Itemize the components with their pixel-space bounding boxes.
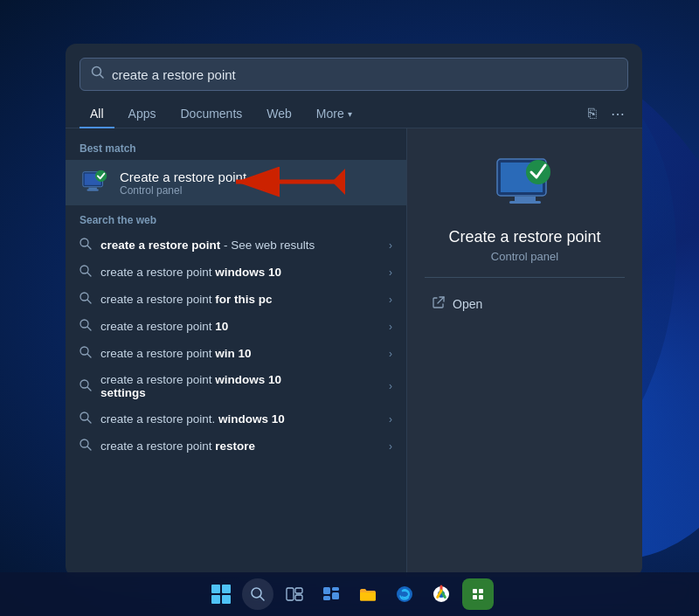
svg-rect-37 [332, 587, 339, 591]
svg-rect-40 [360, 592, 376, 601]
svg-line-20 [87, 419, 91, 423]
arrow-icon-6: › [389, 380, 392, 392]
arrow-icon-4: › [389, 321, 392, 333]
web-item-text-4: create a restore point 10 [100, 320, 380, 333]
widgets-icon [322, 586, 340, 602]
svg-rect-47 [479, 595, 483, 599]
svg-line-8 [87, 246, 91, 249]
web-item-text-2: create a restore point windows 10 [100, 266, 380, 279]
tabs-bar: All Apps Documents Web More ▾ ⎘ ⋯ [66, 100, 642, 128]
web-item-text-6: create a restore point windows 10setting… [100, 373, 380, 399]
svg-line-14 [87, 327, 91, 330]
svg-rect-4 [88, 188, 96, 190]
web-item-3[interactable]: create a restore point for this pc › [66, 286, 406, 313]
web-item-8[interactable]: create a restore point restore › [66, 433, 406, 460]
task-view-button[interactable] [279, 578, 310, 610]
svg-rect-38 [332, 592, 339, 599]
edge-browser-button[interactable] [389, 578, 420, 610]
tab-more[interactable]: More ▾ [306, 100, 363, 128]
web-search-icon-3 [80, 292, 92, 307]
left-panel: Best match Create a rest [66, 128, 406, 577]
web-item-text-8: create a restore point restore [100, 440, 380, 453]
file-explorer-icon [358, 586, 377, 602]
svg-rect-26 [509, 201, 541, 204]
svg-point-27 [526, 160, 550, 184]
web-item-4[interactable]: create a restore point 10 › [66, 313, 406, 340]
search-input[interactable] [112, 67, 617, 82]
cast-icon[interactable]: ⎘ [585, 102, 600, 125]
right-panel: Create a restore point Control panel Ope… [406, 128, 642, 577]
web-search-icon-2 [80, 265, 92, 280]
chrome-browser-button[interactable] [426, 578, 457, 610]
arrow-icon-7: › [389, 413, 392, 426]
best-match-label: Best match [66, 139, 406, 160]
web-search-icon-7 [80, 412, 92, 426]
best-match-item[interactable]: Create a restore point Control panel [66, 160, 406, 205]
main-content: Best match Create a rest [66, 128, 642, 577]
edge-icon [395, 585, 414, 604]
arrow-icon-8: › [389, 440, 392, 453]
app-icon-container [80, 167, 111, 198]
tabs-right-actions: ⎘ ⋯ [585, 102, 628, 126]
web-item-text-3: create a restore point for this pc [100, 293, 380, 306]
right-divider [425, 277, 625, 278]
windows-logo-icon [211, 585, 231, 604]
svg-rect-44 [473, 589, 477, 593]
svg-rect-45 [479, 589, 483, 593]
svg-line-12 [87, 300, 91, 303]
taskbar [0, 572, 699, 616]
task-view-icon [286, 586, 303, 602]
taskbar-search-button[interactable] [242, 578, 273, 610]
windows-start-button[interactable] [205, 578, 237, 610]
right-monitor-icon [490, 155, 560, 216]
arrow-icon-1: › [389, 239, 392, 252]
external-link-icon [432, 295, 446, 312]
search-panel: All Apps Documents Web More ▾ ⎘ ⋯ Best m… [66, 44, 642, 577]
web-search-icon-8 [80, 439, 92, 453]
more-options-icon[interactable]: ⋯ [607, 102, 628, 126]
web-item-7[interactable]: create a restore point. windows 10 › [66, 405, 406, 433]
open-button[interactable]: Open [425, 290, 489, 317]
svg-line-1 [100, 75, 104, 79]
green-app-icon [471, 587, 485, 601]
svg-rect-33 [287, 588, 294, 600]
web-search-icon-1 [80, 238, 92, 253]
svg-line-32 [260, 597, 265, 601]
search-box[interactable] [80, 58, 628, 91]
widgets-button[interactable] [315, 578, 347, 610]
tab-all[interactable]: All [80, 100, 114, 128]
tab-web[interactable]: Web [256, 100, 302, 128]
web-search-icon-4 [80, 319, 92, 334]
arrow-icon-3: › [389, 294, 392, 306]
web-item-text-1: create a restore point - See web results [100, 239, 380, 252]
file-explorer-button[interactable] [352, 578, 384, 610]
restore-point-icon [80, 168, 110, 197]
web-item-1[interactable]: create a restore point - See web results… [66, 232, 406, 259]
svg-line-16 [87, 354, 91, 357]
web-item-5[interactable]: create a restore point win 10 › [66, 340, 406, 367]
green-app-button[interactable] [462, 578, 494, 610]
best-match-subtitle: Control panel [120, 184, 246, 197]
svg-line-28 [438, 297, 444, 303]
best-match-title: Create a restore point [120, 170, 246, 184]
tab-apps[interactable]: Apps [118, 100, 167, 128]
tab-documents[interactable]: Documents [170, 100, 253, 128]
web-search-icon-5 [80, 346, 92, 361]
search-box-container [66, 44, 642, 91]
svg-rect-46 [473, 595, 477, 599]
right-app-title: Create a restore point [448, 228, 600, 246]
chevron-down-icon: ▾ [348, 109, 352, 119]
svg-rect-39 [323, 596, 330, 600]
search-icon [91, 66, 105, 83]
arrow-icon-5: › [389, 348, 392, 360]
svg-rect-35 [295, 595, 302, 600]
svg-rect-25 [515, 197, 536, 201]
svg-rect-5 [87, 190, 99, 191]
open-label: Open [453, 297, 482, 311]
web-search-label: Search the web [66, 211, 406, 232]
web-item-text-7: create a restore point. windows 10 [100, 412, 380, 426]
web-item-6[interactable]: create a restore point windows 10setting… [66, 367, 406, 405]
web-item-2[interactable]: create a restore point windows 10 › [66, 259, 406, 286]
svg-line-10 [87, 273, 91, 276]
web-search-icon-6 [80, 379, 92, 394]
